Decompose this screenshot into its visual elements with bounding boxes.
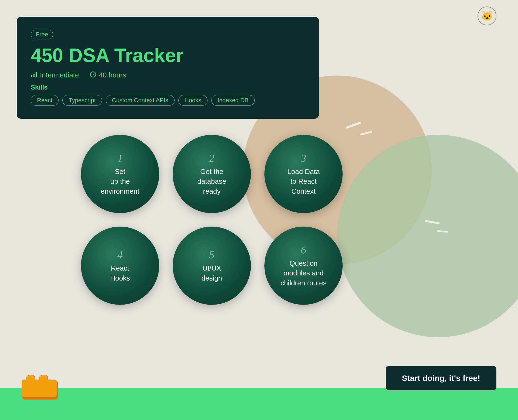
step-label-4: ReactHooks xyxy=(105,263,135,283)
step-number-1: 1 xyxy=(117,152,123,165)
step-number-5: 5 xyxy=(209,248,214,261)
step-number-4: 4 xyxy=(117,248,123,261)
skill-tag: Custom Context APIs xyxy=(106,95,175,106)
skills-label: Skills xyxy=(31,84,305,91)
step-label-1: Setup theenvironment xyxy=(95,167,145,196)
free-badge: Free xyxy=(31,30,53,39)
skill-tag: Hooks xyxy=(178,95,207,106)
level-meta: Intermediate xyxy=(31,71,79,79)
cta-button[interactable]: Start doing, it's free! xyxy=(386,366,497,390)
step-circle-5[interactable]: 5UI/UXdesign xyxy=(173,227,251,305)
level-label: Intermediate xyxy=(40,71,79,79)
bottom-bar xyxy=(0,388,518,420)
lego-studs xyxy=(26,375,48,380)
cat-mascot: 🐱 xyxy=(478,6,496,25)
steps-grid: 1Setup theenvironment2Get thedatabaserea… xyxy=(81,135,343,305)
lego-body xyxy=(22,380,57,398)
step-number-6: 6 xyxy=(301,244,306,256)
skills-tags: ReactTypescriptCustom Context APIsHooksI… xyxy=(31,95,305,106)
clock-icon xyxy=(90,71,96,79)
skill-tag: Typescript xyxy=(62,95,102,106)
header-card: Free 450 DSA Tracker Intermediate 40 hou… xyxy=(17,17,319,119)
step-circle-2[interactable]: 2Get thedatabaseready xyxy=(173,135,251,213)
bar-chart-icon xyxy=(31,71,37,79)
step-circle-6[interactable]: 6Questionmodules andchildren routes xyxy=(264,227,343,305)
step-circle-3[interactable]: 3Load Datato ReactContext xyxy=(264,135,343,213)
skill-tag: React xyxy=(31,95,59,106)
duration-label: 40 hours xyxy=(99,71,126,79)
step-label-6: Questionmodules andchildren routes xyxy=(275,258,332,288)
duration-meta: 40 hours xyxy=(90,71,126,79)
step-label-2: Get thedatabaseready xyxy=(192,167,232,196)
lego-stud-1 xyxy=(26,375,35,380)
step-number-3: 3 xyxy=(301,152,306,165)
skill-tag: Indexed DB xyxy=(211,95,255,106)
svg-rect-0 xyxy=(31,75,32,77)
svg-rect-1 xyxy=(33,74,35,77)
step-number-2: 2 xyxy=(209,152,214,165)
lego-stud-2 xyxy=(39,375,48,380)
lego-brick xyxy=(22,371,57,398)
step-label-5: UI/UXdesign xyxy=(196,263,228,283)
cat-icon: 🐱 xyxy=(481,11,493,21)
meta-row: Intermediate 40 hours xyxy=(31,71,305,79)
step-label-3: Load Datato ReactContext xyxy=(282,167,325,196)
step-circle-1[interactable]: 1Setup theenvironment xyxy=(81,135,159,213)
course-title: 450 DSA Tracker xyxy=(31,45,305,66)
step-circle-4[interactable]: 4ReactHooks xyxy=(81,227,159,305)
svg-rect-2 xyxy=(36,72,37,77)
